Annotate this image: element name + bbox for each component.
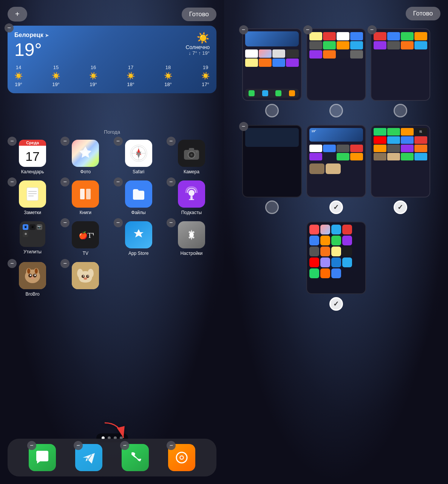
notes-label: Заметки (24, 210, 41, 215)
camera-label: Камера (184, 169, 199, 174)
app-item-camera[interactable]: − Камера (167, 140, 216, 174)
page4-remove[interactable]: − (239, 122, 248, 131)
page4-check[interactable] (265, 200, 279, 214)
page3-check[interactable] (394, 104, 407, 117)
svg-point-33 (30, 274, 31, 276)
weather-left: Белорецк ➤ 19° (14, 32, 49, 61)
app-item-books[interactable]: − Книги (60, 180, 110, 215)
weather-remove-badge[interactable]: − (5, 23, 14, 32)
notes-remove[interactable]: − (8, 177, 17, 187)
sun-icon-18: ☀️ (164, 72, 172, 80)
files-remove[interactable]: − (114, 177, 123, 187)
settings-svg (183, 227, 200, 243)
page6-check[interactable] (394, 200, 407, 214)
weather-day-18: 18 ☀️ 18° (164, 65, 172, 87)
dock-item-messages[interactable]: − (29, 444, 56, 471)
svg-rect-18 (80, 189, 85, 199)
page2-check[interactable] (329, 104, 343, 117)
tv-icon: 🍎TV (72, 221, 99, 248)
app-item-tv[interactable]: − 🍎TV TV (60, 221, 110, 256)
app-item-brobro1[interactable]: − BroBro (8, 262, 57, 297)
thumb-row-2: − 19° (228, 125, 444, 214)
done-button-right[interactable]: Готово (406, 7, 441, 20)
telegram-remove[interactable]: − (74, 441, 83, 450)
weather-day-14: 14 ☀️ 19° (14, 65, 23, 87)
camera-remove[interactable]: − (167, 137, 176, 146)
thumb-page-4[interactable]: − (242, 125, 302, 214)
weather-condition: Солнечно (185, 44, 210, 50)
app-item-calendar[interactable]: − Среда 17 Календарь (8, 140, 57, 174)
weather-header: Белорецк ➤ 19° ☀️ Солнечно ↓ 7° ↑ 19° (14, 32, 210, 61)
notes-icon (19, 180, 46, 208)
files-svg (130, 185, 147, 203)
app-grid: − Среда 17 Календарь − Фото − (8, 140, 216, 297)
thumb-page-2[interactable]: − (306, 28, 366, 117)
safari-remove[interactable]: − (114, 137, 123, 146)
app-item-files[interactable]: − Файлы (114, 180, 164, 215)
svg-point-20 (188, 190, 195, 196)
app-item-photos[interactable]: − Фото (60, 140, 110, 174)
svg-point-48 (181, 456, 183, 459)
app-item-appstore[interactable]: − App Store (114, 221, 164, 256)
svg-point-35 (31, 277, 34, 279)
messages-remove[interactable]: − (27, 441, 36, 450)
svg-rect-9 (189, 148, 194, 151)
brobro1-label: BroBro (25, 291, 39, 297)
appstore-remove[interactable]: − (114, 218, 123, 227)
page2-remove[interactable]: − (303, 25, 312, 34)
app-item-notes[interactable]: − Заметки (8, 180, 57, 215)
sun-icon-15: ☀️ (52, 72, 60, 80)
done-button-left[interactable]: Готово (182, 8, 217, 21)
thumb-page-1[interactable]: − (242, 28, 302, 117)
sun-icon: ☀️ (185, 32, 210, 44)
tv-label: TV (83, 251, 88, 256)
page5-check[interactable] (329, 200, 343, 214)
photos-remove[interactable]: − (60, 137, 70, 146)
files-label: Файлы (131, 210, 146, 215)
thumb-page-5[interactable]: 19° (306, 125, 366, 214)
thumb-page-6[interactable]: 我 (371, 125, 430, 214)
add-button[interactable]: + (8, 7, 27, 22)
app-item-brobro2[interactable]: − (60, 262, 110, 297)
brobro2-remove[interactable]: − (60, 259, 70, 268)
svg-point-42 (83, 276, 84, 277)
app-item-utilities[interactable]: 🖩 🖥 📷 ⚙ Утилиты (8, 221, 57, 256)
books-remove[interactable]: − (60, 177, 70, 187)
app-item-podcasts[interactable]: − Подкасты (167, 180, 216, 215)
utilities-label: Утилиты (23, 249, 42, 254)
weather-day-16: 16 ☀️ 19° (89, 65, 97, 87)
podcasts-remove[interactable]: − (167, 177, 176, 187)
app-library-screen (306, 222, 366, 294)
app-item-safari[interactable]: − Safari (114, 140, 164, 174)
left-panel: + Готово − Белорецк ➤ 19° ☀️ Солнечно ↓ … (0, 0, 224, 484)
calendar-icon: Среда 17 (19, 140, 46, 167)
tv-remove[interactable]: − (60, 218, 70, 227)
settings-remove[interactable]: − (167, 218, 176, 227)
dog-svg (72, 262, 99, 289)
page1-check[interactable] (265, 104, 279, 117)
app-item-settings[interactable]: − Настройки (167, 221, 216, 256)
books-icon (72, 180, 99, 208)
phone-remove[interactable]: − (120, 441, 129, 450)
plus-icon: + (15, 10, 20, 18)
thumb-row-3 (228, 222, 444, 311)
svg-point-34 (34, 274, 36, 276)
weather-day-19: 19 ☀️ 17° (201, 65, 210, 87)
page3-remove[interactable]: − (368, 25, 377, 34)
calendar-remove[interactable]: − (8, 137, 17, 146)
camera-icon (178, 140, 205, 167)
appstore-label: App Store (128, 251, 148, 256)
page1-remove[interactable]: − (239, 25, 248, 34)
sun-icon-19: ☀️ (201, 72, 210, 80)
sun-icon-14: ☀️ (14, 72, 23, 80)
dock-item-music[interactable]: − (168, 444, 195, 471)
brobro1-remove[interactable]: − (8, 259, 17, 268)
dock-item-telegram[interactable]: − (75, 444, 102, 471)
appstore-icon (125, 221, 152, 248)
page2-screen (306, 28, 366, 101)
app-library-check[interactable] (329, 297, 343, 311)
thumb-page-3[interactable]: − (371, 28, 430, 117)
page1-screen (242, 28, 302, 101)
dock-item-phone[interactable]: − (122, 444, 149, 471)
thumb-app-library[interactable] (306, 222, 366, 311)
